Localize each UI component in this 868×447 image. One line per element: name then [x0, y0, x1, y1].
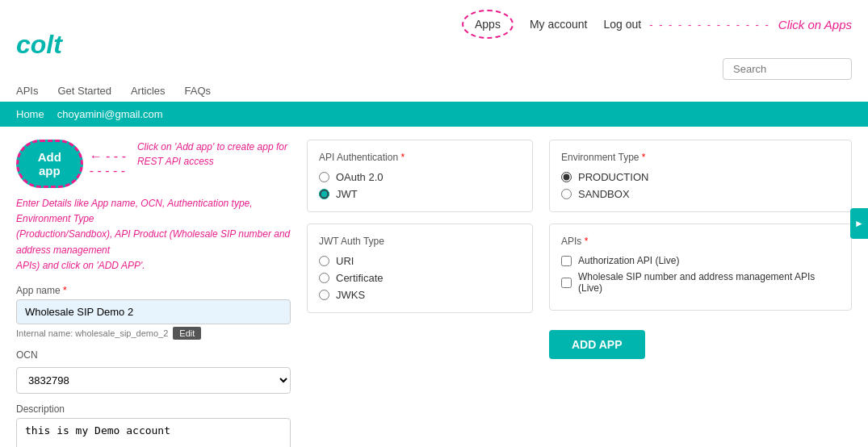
header-nav: Apps My account Log out - - - - - - - - … — [462, 10, 852, 80]
ocn-field: OCN 3832798 — [16, 349, 291, 394]
nav-faqs[interactable]: FAQs — [185, 85, 212, 97]
arrow-hint: ← - - - - - - - - — [90, 149, 131, 178]
app-name-input[interactable] — [16, 299, 291, 324]
internal-name-text: Internal name: wholesale_sip_demo_2 — [16, 328, 168, 338]
certificate-option[interactable]: Certificate — [319, 272, 521, 284]
oauth-option-middle[interactable]: OAuth 2.0 — [319, 171, 521, 183]
enter-details-hint: Enter Details like App name, OCN, Authen… — [16, 196, 291, 274]
sandbox-radio[interactable] — [561, 189, 572, 199]
nav-get-started[interactable]: Get Started — [57, 85, 111, 97]
uri-option[interactable]: URI — [319, 255, 521, 267]
click-on-apps-hint: Click on Apps — [778, 18, 852, 31]
jwt-auth-type-title: JWT Auth Type — [319, 236, 521, 247]
certificate-radio[interactable] — [319, 273, 329, 283]
apis-checkboxes: Authorization API (Live) Wholesale SIP n… — [561, 255, 840, 294]
internal-name-row: Internal name: wholesale_sip_demo_2 Edit — [16, 327, 291, 340]
api-auth-title-middle: API Authentication * — [319, 152, 521, 163]
main-content: Add app ← - - - - - - - - Click on 'Add … — [0, 127, 868, 447]
api-auth-section-middle: API Authentication * OAuth 2.0 JWT — [307, 140, 533, 212]
add-app-button[interactable]: Add app — [16, 140, 83, 188]
apis-section: APIs * Authorization API (Live) Wholesal… — [549, 224, 852, 311]
breadcrumb-home[interactable]: Home — [16, 108, 44, 120]
add-app-submit-button[interactable]: ADD APP — [549, 330, 645, 359]
top-nav: APIs Get Started Articles FAQs — [0, 80, 868, 102]
auth-api-checkbox[interactable] — [561, 256, 572, 266]
jwks-option[interactable]: JWKS — [319, 289, 521, 301]
wholesale-api-checkbox-row[interactable]: Wholesale SIP number and address managem… — [561, 271, 840, 294]
description-textarea[interactable]: this is my Demo account — [16, 418, 291, 447]
jwt-radio-middle[interactable] — [319, 189, 329, 199]
auth-api-checkbox-row[interactable]: Authorization API (Live) — [561, 255, 840, 266]
ocn-label: OCN — [16, 349, 291, 361]
search-input[interactable] — [723, 58, 852, 80]
production-option[interactable]: PRODUCTION — [561, 171, 840, 183]
my-account-link[interactable]: My account — [530, 18, 588, 31]
wholesale-api-checkbox[interactable] — [561, 278, 572, 288]
app-name-label: App name * — [16, 285, 291, 296]
description-field: Description this is my Demo account — [16, 403, 291, 447]
colt-side-tab[interactable]: ► — [850, 208, 868, 239]
env-type-section: Environment Type * PRODUCTION SANDBOX — [549, 140, 852, 212]
jwt-option-middle[interactable]: JWT — [319, 188, 521, 200]
description-label: Description — [16, 403, 291, 415]
add-app-hint: Click on 'Add app' to create app for RES… — [137, 140, 291, 169]
production-radio[interactable] — [561, 172, 572, 182]
breadcrumb-bar: Home choyamini@gmail.com — [0, 102, 868, 127]
apps-nav-button[interactable]: Apps — [462, 10, 514, 39]
header-nav-top: Apps My account Log out — [462, 10, 641, 39]
sandbox-option[interactable]: SANDBOX — [561, 188, 840, 200]
env-type-title: Environment Type * — [561, 152, 840, 163]
jwks-radio[interactable] — [319, 290, 329, 300]
env-type-radio: PRODUCTION SANDBOX — [561, 171, 840, 200]
breadcrumb-email: choyamini@gmail.com — [57, 108, 163, 120]
logout-link[interactable]: Log out — [604, 18, 642, 31]
nav-articles[interactable]: Articles — [131, 85, 166, 97]
middle-panel: API Authentication * OAuth 2.0 JWT JWT A… — [307, 140, 533, 447]
edit-internal-name-button[interactable]: Edit — [173, 327, 201, 340]
app-name-field: App name * Internal name: wholesale_sip_… — [16, 285, 291, 340]
logo: colt — [16, 30, 62, 60]
uri-radio[interactable] — [319, 256, 329, 266]
header: colt Apps My account Log out - - - - - -… — [0, 0, 868, 80]
apis-title: APIs * — [561, 236, 840, 247]
jwt-auth-type-section: JWT Auth Type URI Certificate JWKS — [307, 224, 533, 313]
right-panel: Environment Type * PRODUCTION SANDBOX AP… — [549, 140, 852, 447]
nav-apis[interactable]: APIs — [16, 85, 38, 97]
oauth-radio-middle[interactable] — [319, 172, 329, 182]
ocn-select[interactable]: 3832798 — [16, 367, 291, 394]
jwt-auth-radio: URI Certificate JWKS — [319, 255, 521, 301]
api-auth-radio-middle: OAuth 2.0 JWT — [319, 171, 521, 200]
left-panel: Add app ← - - - - - - - - Click on 'Add … — [16, 140, 291, 447]
